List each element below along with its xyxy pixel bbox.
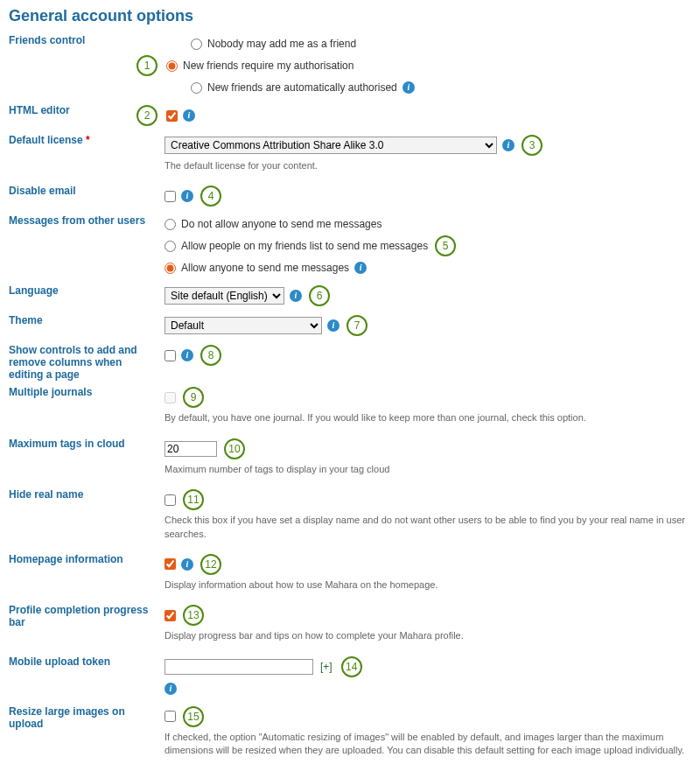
- checkbox-html-editor[interactable]: [166, 110, 178, 122]
- info-icon[interactable]: i: [502, 139, 514, 151]
- radio-label-messages-none: Do not allow anyone to send me messages: [181, 218, 382, 230]
- help-max-tags: Maximum number of tags to display in you…: [164, 463, 691, 476]
- radio-label-friends-auto: New friends are automatically authorised: [207, 81, 397, 94]
- radio-label-friends-nobody: Nobody may add me as a friend: [207, 38, 356, 50]
- label-theme: Theme: [9, 312, 158, 326]
- row-show-controls: Show controls to add and remove columns …: [9, 342, 691, 381]
- info-icon[interactable]: i: [402, 81, 415, 94]
- select-language[interactable]: Site default (English): [164, 287, 284, 305]
- row-html-editor: HTML editor 2 i: [9, 102, 691, 129]
- select-theme[interactable]: Default: [164, 317, 322, 334]
- marker-12: 12: [200, 554, 221, 575]
- label-resize-images: Resize large images on upload: [9, 704, 158, 730]
- checkbox-resize-images[interactable]: [164, 711, 176, 722]
- label-messages: Messages from other users: [9, 213, 158, 227]
- info-icon[interactable]: i: [181, 190, 193, 202]
- radio-friends-auto[interactable]: [191, 82, 202, 94]
- label-text-default-license: Default license: [9, 134, 83, 146]
- select-default-license[interactable]: Creative Commons Attribution Share Alike…: [164, 137, 497, 154]
- info-icon[interactable]: i: [327, 319, 340, 332]
- marker-14: 14: [341, 656, 362, 677]
- marker-3: 3: [522, 135, 542, 156]
- info-icon[interactable]: i: [354, 262, 367, 274]
- marker-1: 1: [136, 55, 158, 76]
- label-disable-email: Disable email: [9, 183, 158, 197]
- radio-label-friends-auth: New friends require my authorisation: [183, 60, 354, 72]
- info-icon[interactable]: i: [181, 349, 193, 361]
- checkbox-hide-real-name[interactable]: [164, 494, 176, 506]
- radio-friends-auth[interactable]: [166, 60, 178, 72]
- row-hide-real-name: Hide real name 11 Check this box if you …: [9, 487, 691, 548]
- label-homepage-info: Homepage information: [9, 551, 158, 565]
- help-hide-real-name: Check this box if you have set a display…: [164, 514, 691, 541]
- label-default-license: Default license *: [9, 132, 158, 146]
- row-profile-completion: Profile completion progress bar 13 Displ…: [9, 602, 691, 649]
- checkbox-disable-email[interactable]: [164, 191, 176, 202]
- row-resize-images: Resize large images on upload 15 If chec…: [9, 704, 691, 764]
- label-max-tags: Maximum tags in cloud: [9, 436, 158, 450]
- row-theme: Theme Default i 7: [9, 312, 691, 339]
- marker-10: 10: [224, 438, 245, 459]
- marker-7: 7: [346, 315, 368, 336]
- label-show-controls: Show controls to add and remove columns …: [9, 342, 158, 381]
- marker-11: 11: [183, 489, 204, 510]
- label-html-editor: HTML editor: [9, 102, 158, 116]
- row-messages: Messages from other users Do not allow a…: [9, 213, 691, 279]
- label-profile-completion: Profile completion progress bar: [9, 602, 158, 628]
- row-friends-control: Friends control Nobody may add me as a f…: [9, 32, 691, 99]
- marker-4: 4: [200, 186, 221, 207]
- label-multiple-journals: Multiple journals: [9, 384, 158, 398]
- help-default-license: The default license for your content.: [164, 159, 691, 172]
- row-max-tags: Maximum tags in cloud 10 Maximum number …: [9, 436, 691, 483]
- info-icon[interactable]: i: [290, 290, 302, 302]
- input-mobile-token[interactable]: [164, 659, 313, 675]
- radio-messages-friends[interactable]: [164, 241, 176, 252]
- help-profile-completion: Display progress bar and tips on how to …: [164, 629, 691, 642]
- marker-9: 9: [183, 387, 204, 408]
- checkbox-show-controls[interactable]: [164, 350, 176, 361]
- help-resize-images: If checked, the option "Automatic resizi…: [164, 731, 691, 758]
- marker-15: 15: [183, 706, 204, 727]
- section-heading: General account options: [9, 7, 691, 25]
- radio-friends-nobody[interactable]: [191, 39, 202, 50]
- label-mobile-token: Mobile upload token: [9, 654, 158, 668]
- checkbox-homepage-info[interactable]: [164, 558, 176, 570]
- row-homepage-info: Homepage information i 12 Display inform…: [9, 551, 691, 599]
- row-disable-email: Disable email i 4: [9, 183, 691, 209]
- info-icon[interactable]: i: [183, 109, 195, 122]
- help-homepage-info: Display information about how to use Mah…: [164, 578, 691, 592]
- marker-5: 5: [435, 235, 456, 256]
- input-max-tags[interactable]: [164, 441, 217, 457]
- marker-2: 2: [136, 105, 158, 126]
- radio-messages-none[interactable]: [164, 219, 176, 230]
- row-language: Language Site default (English) i 6: [9, 283, 691, 309]
- info-icon[interactable]: i: [164, 683, 177, 695]
- label-friends-control: Friends control: [9, 32, 158, 46]
- label-hide-real-name: Hide real name: [9, 487, 158, 501]
- row-mobile-token: Mobile upload token [+] 14 i: [9, 654, 691, 700]
- radio-label-messages-anyone: Allow anyone to send me messages: [181, 262, 349, 274]
- radio-label-messages-friends: Allow people on my friends list to send …: [181, 240, 428, 252]
- checkbox-profile-completion[interactable]: [164, 610, 176, 621]
- row-default-license: Default license * Creative Commons Attri…: [9, 132, 691, 179]
- row-multiple-journals: Multiple journals 9 By default, you have…: [9, 384, 691, 431]
- required-mark: *: [86, 134, 90, 146]
- marker-8: 8: [200, 345, 221, 366]
- checkbox-multiple-journals: [164, 392, 176, 403]
- radio-messages-anyone[interactable]: [164, 263, 176, 274]
- marker-13: 13: [183, 605, 204, 626]
- add-token-button[interactable]: [+]: [318, 661, 334, 673]
- help-multiple-journals: By default, you have one journal. If you…: [164, 411, 691, 424]
- info-icon[interactable]: i: [181, 558, 193, 571]
- label-language: Language: [9, 283, 158, 297]
- marker-6: 6: [309, 285, 330, 306]
